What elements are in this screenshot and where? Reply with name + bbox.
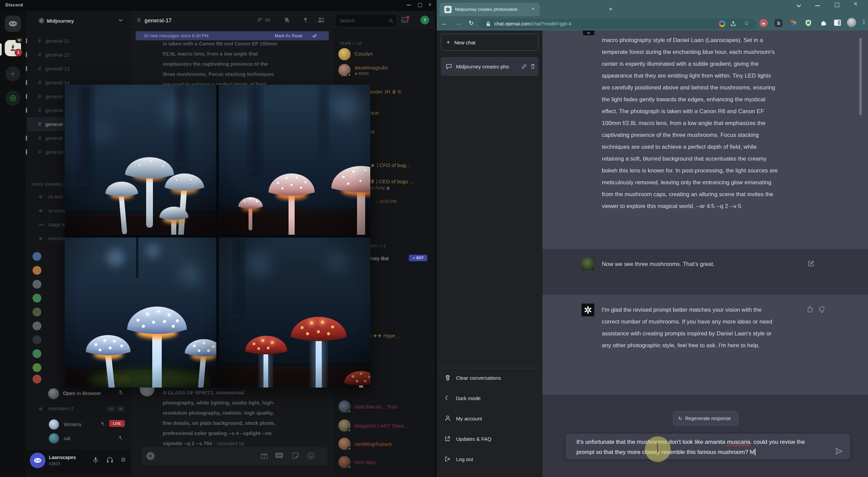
mark-as-read-button[interactable]: Mark As Read [275,33,302,38]
member-name[interactable]: MattJNackb... TraV [355,404,398,410]
extension-icon-shield[interactable] [804,19,812,27]
avatar[interactable] [338,400,351,413]
avatar[interactable] [48,388,59,399]
forward-icon[interactable]: → [455,20,461,27]
voice-user-open-in-browser[interactable]: Open in Browser [63,390,101,396]
server-header[interactable]: ✓ Midjourney [26,11,131,30]
extension-icon-s[interactable]: S [774,19,783,27]
add-server-icon[interactable]: + [5,66,20,81]
thumbs-down-icon[interactable] [818,306,826,313]
trash-icon[interactable] [530,64,535,69]
help-icon[interactable]: ? [420,16,429,24]
emoji-icon[interactable] [307,452,315,459]
member-list-icon[interactable] [317,17,325,23]
gif-picker-icon[interactable]: GIF [275,453,283,458]
pinned-messages-icon[interactable] [302,17,309,23]
voice-user-sal[interactable]: sal [64,435,70,441]
discord-home-icon[interactable] [5,16,21,32]
mushroom-photo-1[interactable] [65,85,216,235]
member-name[interactable]: danielrusgrubs [355,65,388,70]
avatar[interactable] [338,438,351,450]
back-icon[interactable]: ← [441,20,448,27]
edit-pencil-icon[interactable] [521,64,527,69]
voice-channels-header[interactable]: VOICE CHANNELS [31,182,66,186]
menu-dark-mode[interactable]: ☾Dark mode [439,389,540,407]
sticker-icon[interactable] [292,452,299,459]
midjourney-image-grid[interactable] [65,85,370,388]
sidebar-panel-icon[interactable] [834,20,841,26]
menu-clear-conversations[interactable]: Clear conversations [439,369,540,387]
new-tab-icon[interactable]: + [606,5,615,14]
channel-general-11[interactable]: #general-11 [27,34,130,48]
address-bar[interactable]: chat.openai.com/chat?model=gpt-4 ☆ [479,19,756,29]
search-input[interactable]: Search [336,15,396,26]
prompt-input-text[interactable]: It's unfortunate that the mushrooms don'… [576,437,810,457]
profile-avatar[interactable] [847,18,856,27]
regenerate-response-button[interactable]: ↻ Regenerate response [673,411,738,426]
close-icon[interactable]: × [428,1,432,8]
maximize-icon[interactable] [418,3,422,7]
explore-server-icon[interactable] [5,91,20,106]
scrollbar-thumb[interactable] [859,38,862,115]
avatar[interactable] [33,335,41,344]
settings-gear-icon[interactable]: ⚙ [121,456,126,463]
mushroom-photo-4[interactable] [219,237,370,388]
new-messages-bar[interactable]: 30 new messages since 6:30 PM Mark As Re… [136,31,329,40]
avatar[interactable] [33,266,41,275]
avatar[interactable] [49,419,59,430]
thumbs-up-icon[interactable] [806,306,813,313]
avatar[interactable] [33,294,41,303]
close-icon[interactable]: × [854,0,857,7]
conversation-item[interactable]: Midjourney creates pho [441,57,538,76]
new-chat-button[interactable]: + New chat [441,34,538,51]
gift-icon[interactable] [260,452,268,459]
avatar[interactable] [33,349,41,358]
extensions-puzzle-icon[interactable] [819,19,827,27]
mushroom-photo-2[interactable] [219,85,370,235]
avatar[interactable] [33,252,41,261]
send-icon[interactable] [835,447,843,455]
threads-icon[interactable]: #+48 [258,17,270,23]
message-input[interactable] [142,447,328,465]
user-avatar[interactable] [30,453,45,468]
extension-icon-1[interactable] [760,19,768,27]
menu-my-account[interactable]: My account [439,410,540,427]
menu-log-out[interactable]: Log out [439,450,540,468]
minimize-icon[interactable] [407,5,411,5]
reload-icon[interactable]: ↻ [469,19,474,27]
notifications-muted-icon[interactable] [283,17,290,24]
avatar[interactable] [33,280,41,289]
google-account-icon[interactable] [719,20,726,27]
avatar[interactable] [33,375,41,383]
minimize-icon[interactable] [815,5,820,6]
extension-icon-rgb[interactable] [789,19,797,27]
member-name[interactable]: ramblingrhubarb [355,441,392,447]
inbox-icon[interactable] [401,17,408,23]
headphones-icon[interactable] [106,457,113,463]
window-chevron-icon[interactable] [796,4,802,7]
browser-tab[interactable]: Midjourney creates photorealisti × [439,3,540,16]
avatar[interactable] [33,308,41,316]
member-name[interactable]: Cosslyn [355,51,373,57]
avatar[interactable] [33,322,41,330]
avatar[interactable] [338,48,351,60]
voice-channel-members-2[interactable]: members-2 [48,406,74,411]
member-name[interactable]: Nick May [355,459,376,465]
mic-icon[interactable] [92,457,99,463]
attach-plus-icon[interactable]: + [146,452,155,460]
share-icon[interactable] [730,21,736,27]
edit-message-icon[interactable] [808,260,814,267]
menu-updates-faq[interactable]: Updates & FAQ [439,430,540,448]
browser-menu-icon[interactable]: ⋮ [861,19,867,25]
mushroom-photo-3[interactable] [65,237,216,388]
avatar[interactable] [338,456,351,468]
channel-general-13[interactable]: #general-13 [27,62,130,76]
avatar[interactable] [33,363,41,372]
avatar[interactable] [338,419,351,432]
channel-general-12[interactable]: #general-12 [27,48,130,62]
avatar[interactable] [338,64,351,76]
voice-user-wintera[interactable]: Wintera [64,421,81,427]
maximize-icon[interactable] [835,3,839,7]
tab-close-icon[interactable]: × [532,6,534,12]
bookmark-star-icon[interactable]: ☆ [744,20,749,27]
